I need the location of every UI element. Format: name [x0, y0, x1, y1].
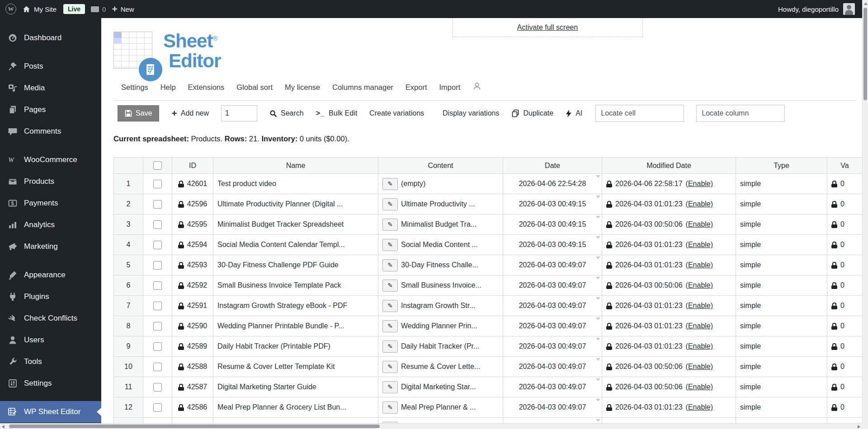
row-checkbox[interactable]	[153, 200, 162, 209]
enable-link[interactable]: (Enable)	[686, 322, 713, 330]
edit-content-button[interactable]: ✎	[382, 239, 398, 251]
enable-link[interactable]: (Enable)	[686, 363, 713, 371]
cell-type[interactable]: simple	[736, 194, 827, 214]
horizontal-scrollbar[interactable]	[0, 423, 862, 429]
enable-link[interactable]: (Enable)	[686, 241, 713, 249]
sidebar-item-woocommerce[interactable]: W WooCommerce	[0, 149, 101, 171]
cell-date[interactable]: 2026-04-03 00:49:07	[503, 377, 602, 397]
cell-name[interactable]: Meal Prep Planner & Grocery List Bun...	[213, 397, 378, 418]
cell-type[interactable]: simple	[736, 316, 827, 336]
cell-date[interactable]: 2026-04-03 00:49:07	[503, 336, 602, 357]
wordpress-logo-icon[interactable]: W	[5, 4, 16, 14]
activate-fullscreen-link[interactable]: Activate full screen	[517, 23, 578, 32]
my-site-link[interactable]: My Site	[22, 5, 57, 14]
scroll-left-arrow[interactable]	[2, 425, 5, 429]
enable-link[interactable]: (Enable)	[686, 302, 713, 310]
sidebar-item-media[interactable]: Media	[0, 77, 101, 99]
cell-content[interactable]: (empty)	[401, 180, 425, 188]
column-header-modified-date[interactable]: Modified Date	[602, 158, 736, 174]
display-variations-button[interactable]: Display variations	[443, 109, 499, 117]
cell-name[interactable]: Ultimate Productivity Planner (Digital .…	[213, 194, 378, 214]
sidebar-item-users[interactable]: Users	[0, 329, 101, 351]
edit-content-button[interactable]: ✎	[382, 361, 398, 373]
cell-name[interactable]: Small Business Invoice Template Pack	[213, 275, 378, 296]
cell-name[interactable]: Instagram Growth Strategy eBook - PDF	[213, 296, 378, 316]
sidebar-item-posts[interactable]: Posts	[0, 56, 101, 77]
edit-content-button[interactable]: ✎	[382, 198, 398, 210]
avatar[interactable]	[843, 3, 855, 15]
cell-date[interactable]: 2026-04-03 00:49:15	[503, 214, 602, 235]
sidebar-item-settings[interactable]: Settings	[0, 373, 101, 394]
sidebar-item-pages[interactable]: Pages	[0, 99, 101, 121]
sidebar-item-payments[interactable]: $ Payments	[0, 192, 101, 214]
cell-name[interactable]: Wedding Planner Printable Bundle - P...	[213, 316, 378, 336]
menu-import[interactable]: Import	[439, 83, 461, 92]
sidebar-item-comments[interactable]: Comments	[0, 121, 101, 142]
enable-link[interactable]: (Enable)	[686, 342, 713, 350]
sidebar-item-appearance[interactable]: Appearance	[0, 264, 101, 286]
edit-content-button[interactable]: ✎	[382, 340, 398, 353]
cell-content[interactable]: Social Media Content ...	[401, 241, 478, 249]
menu-my-license[interactable]: My license	[285, 83, 320, 92]
cell-date[interactable]: 2026-04-03 00:49:07	[503, 316, 602, 336]
edit-content-button[interactable]: ✎	[382, 401, 398, 414]
vertical-scroll-thumb[interactable]	[863, 8, 867, 100]
row-checkbox[interactable]	[153, 261, 162, 270]
cell-type[interactable]: simple	[736, 296, 827, 316]
menu-export[interactable]: Export	[406, 83, 427, 92]
cell-date[interactable]: 2026-04-03 00:49:07	[503, 255, 602, 275]
column-header-content[interactable]: Content	[378, 158, 503, 174]
cell-content[interactable]: Digital Marketing Star...	[401, 383, 476, 391]
edit-content-button[interactable]: ✎	[382, 381, 398, 393]
row-checkbox[interactable]	[153, 383, 162, 392]
add-new-count-input[interactable]	[221, 105, 257, 121]
cell-date[interactable]: 2026-04-03 00:49:07	[503, 296, 602, 316]
horizontal-scroll-thumb[interactable]	[9, 424, 380, 428]
select-all-checkbox[interactable]	[153, 161, 162, 170]
column-header-date[interactable]: Date	[503, 158, 602, 174]
cell-content[interactable]: Resume & Cover Lette...	[401, 363, 480, 371]
cell-name[interactable]: Digital Marketing Starter Guide	[213, 377, 378, 397]
menu-global-sort[interactable]: Global sort	[236, 83, 273, 92]
account-person-icon[interactable]	[472, 82, 481, 93]
row-checkbox[interactable]	[153, 322, 162, 331]
cell-name[interactable]: Test product video	[213, 174, 378, 194]
sidebar-item-check-conflicts[interactable]: Check Conflicts	[0, 308, 101, 329]
cell-date[interactable]: 2026-04-03 00:48:50	[503, 418, 602, 424]
cell-type[interactable]: simple	[736, 255, 827, 275]
column-header-type[interactable]: Type	[736, 158, 827, 174]
row-checkbox[interactable]	[153, 220, 162, 229]
enable-link[interactable]: (Enable)	[686, 403, 713, 411]
edit-content-button[interactable]: ✎	[382, 259, 398, 271]
edit-content-button[interactable]: ✎	[382, 178, 398, 190]
sidebar-item-marketing[interactable]: Marketing	[0, 236, 101, 257]
save-button[interactable]: Save	[118, 105, 159, 121]
column-header-va[interactable]: Va	[827, 158, 863, 174]
add-new-button[interactable]: + Add new	[171, 109, 209, 117]
enable-link[interactable]: (Enable)	[686, 281, 713, 289]
cell-date[interactable]: 2026-04-03 00:49:07	[503, 397, 602, 418]
cell-date[interactable]: 2026-04-03 00:49:15	[503, 194, 602, 214]
sidebar-item-wp-sheet-editor[interactable]: WP Sheet Editor	[0, 401, 101, 423]
enable-link[interactable]: (Enable)	[686, 220, 713, 228]
locate-column-input[interactable]	[696, 105, 785, 122]
comments-bubble[interactable]: 0	[91, 5, 106, 13]
sidebar-item-plugins[interactable]: Plugins	[0, 286, 101, 308]
cell-type[interactable]: simple	[736, 275, 827, 296]
column-header-name[interactable]: Name	[213, 158, 378, 174]
cell-content[interactable]: Instagram Growth Str...	[401, 302, 476, 310]
cell-content[interactable]: Wedding Planner Prin...	[401, 322, 477, 330]
menu-columns-manager[interactable]: Columns manager	[332, 83, 393, 92]
cell-content[interactable]: Ultimate Productivity ...	[401, 200, 475, 208]
menu-help[interactable]: Help	[160, 83, 176, 92]
scroll-up-arrow[interactable]	[864, 2, 868, 5]
edit-content-button[interactable]: ✎	[382, 320, 398, 332]
enable-link[interactable]: (Enable)	[686, 383, 713, 391]
row-checkbox[interactable]	[153, 403, 162, 412]
edit-content-button[interactable]: ✎	[382, 300, 398, 312]
cell-type[interactable]: simple	[736, 235, 827, 255]
cell-date[interactable]: 2026-04-03 00:49:07	[503, 357, 602, 377]
cell-name[interactable]: Social Media Content Calendar Templ...	[213, 235, 378, 255]
search-button[interactable]: Search	[269, 109, 304, 117]
row-checkbox[interactable]	[153, 363, 162, 371]
